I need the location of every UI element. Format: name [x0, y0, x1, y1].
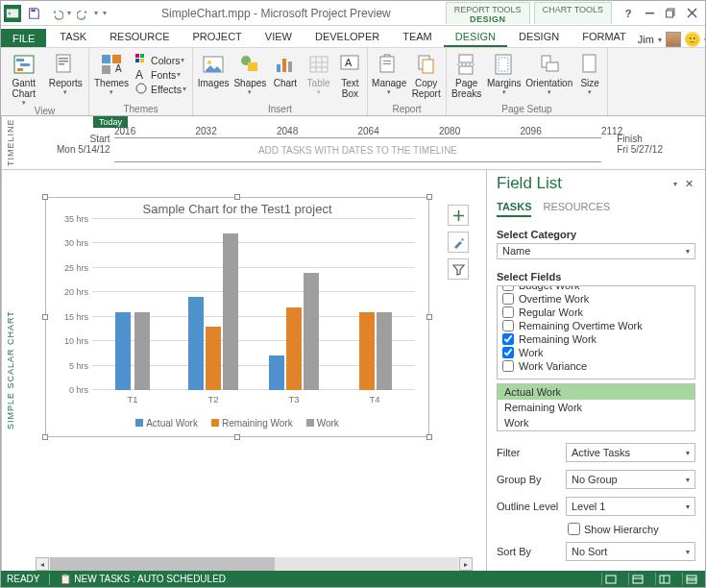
qat-undo-caret[interactable]: ▾	[67, 9, 71, 17]
qat-redo-caret[interactable]: ▾	[94, 9, 98, 17]
bar[interactable]	[359, 312, 375, 390]
field-checkbox[interactable]	[502, 360, 514, 372]
theme-fonts-button[interactable]: AFonts▾	[134, 67, 188, 82]
page-breaks-button[interactable]: Page Breaks	[450, 50, 482, 99]
chart-styles-button[interactable]	[448, 232, 469, 253]
size-button[interactable]: Size▾	[576, 50, 603, 95]
tab-design-7[interactable]: DESIGN	[507, 27, 571, 47]
textbox-button[interactable]: AText Box	[337, 50, 363, 99]
groupby-combo[interactable]: No Group▾	[566, 470, 695, 489]
bar[interactable]	[304, 273, 319, 390]
legend-item[interactable]: Work	[306, 418, 339, 429]
bar[interactable]	[134, 312, 150, 390]
show-hierarchy-checkbox[interactable]	[568, 523, 580, 535]
field-checkbox[interactable]	[502, 333, 514, 345]
bar[interactable]	[206, 327, 221, 390]
manage-button[interactable]: Manage▾	[372, 50, 406, 95]
tab-design-6[interactable]: DESIGN	[444, 27, 507, 47]
field-checkbox-item[interactable]: Work	[498, 346, 694, 359]
qat-save-icon[interactable]	[23, 4, 44, 23]
contextual-tab-report-tools[interactable]: REPORT TOOLS DESIGN	[446, 2, 530, 24]
theme-colors-button[interactable]: Colors▾	[134, 53, 188, 67]
field-checkbox[interactable]	[502, 285, 514, 291]
chart-button[interactable]: Chart	[271, 50, 301, 88]
field-tab-resources[interactable]: RESOURCES	[543, 201, 610, 217]
tab-team-5[interactable]: TEAM	[391, 27, 444, 47]
gantt-chart-button[interactable]: Gantt Chart ▾	[5, 50, 43, 106]
ribbon-collapse-button[interactable]	[639, 4, 660, 23]
field-checkbox-item[interactable]: Remaining Overtime Work	[498, 319, 694, 332]
field-checkbox[interactable]	[502, 306, 514, 318]
user-name[interactable]: Jim	[638, 34, 654, 45]
themes-button[interactable]: A Themes ▾	[93, 50, 130, 95]
chart-filters-button[interactable]	[448, 258, 469, 280]
field-checkbox[interactable]	[502, 293, 514, 305]
scroll-thumb[interactable]	[50, 557, 275, 571]
qat-redo-icon[interactable]	[73, 4, 94, 23]
view-shortcut-4[interactable]	[682, 573, 699, 585]
report-canvas[interactable]: Sample Chart for the Test1 project 0 hrs…	[18, 170, 486, 571]
user-caret[interactable]: ▾	[658, 36, 662, 44]
field-checkbox-item[interactable]: Budget Work	[498, 285, 694, 292]
selected-fields-list[interactable]: Actual WorkRemaining WorkWork	[497, 383, 695, 431]
tab-project-2[interactable]: PROJECT	[182, 27, 254, 47]
outline-combo[interactable]: Level 1▾	[566, 497, 695, 516]
field-checkbox-item[interactable]: Overtime Work	[498, 292, 694, 306]
bar[interactable]	[115, 312, 131, 390]
view-shortcut-2[interactable]	[628, 573, 645, 585]
field-tab-tasks[interactable]: TASKS	[497, 201, 531, 217]
help-button[interactable]: ?	[618, 4, 639, 23]
field-checkbox-item[interactable]: Regular Work	[498, 306, 694, 319]
legend-item[interactable]: Actual Work	[135, 418, 198, 429]
close-button[interactable]	[681, 4, 702, 23]
horizontal-scrollbar[interactable]: ◂ ▸	[36, 557, 473, 571]
contextual-tab-chart-tools[interactable]: CHART TOOLS	[534, 2, 612, 24]
category-combo[interactable]: Name▾	[497, 243, 695, 259]
tab-view-3[interactable]: VIEW	[254, 27, 304, 47]
bar[interactable]	[377, 312, 392, 390]
restore-button[interactable]	[660, 4, 681, 23]
theme-effects-button[interactable]: Effects▾	[134, 82, 188, 96]
chart-object[interactable]: Sample Chart for the Test1 project 0 hrs…	[45, 197, 429, 437]
pane-close-button[interactable]: ✕	[683, 178, 695, 190]
shapes-button[interactable]: Shapes▾	[233, 50, 266, 95]
status-newtasks[interactable]: 📋 NEW TASKS : AUTO SCHEDULED	[60, 574, 226, 584]
bar[interactable]	[269, 355, 284, 390]
pane-options-caret[interactable]: ▾	[673, 180, 677, 188]
tab-resource-1[interactable]: RESOURCE	[98, 27, 181, 47]
legend-item[interactable]: Remaining Work	[211, 418, 293, 429]
feedback-smiley-icon[interactable]: 🙂	[685, 32, 700, 47]
field-checkbox-item[interactable]: Remaining Work	[498, 332, 694, 346]
table-button[interactable]: Table▾	[304, 50, 333, 95]
tab-format-8[interactable]: FORMAT	[571, 27, 638, 47]
scroll-right-button[interactable]: ▸	[459, 557, 473, 571]
field-checkbox[interactable]	[502, 320, 514, 331]
images-button[interactable]: Images	[197, 50, 230, 88]
selected-field-item[interactable]: Actual Work	[498, 384, 694, 400]
filter-combo[interactable]: Active Tasks▾	[566, 443, 695, 462]
chart-elements-button[interactable]	[448, 205, 469, 226]
reports-button[interactable]: Reports ▾	[47, 50, 85, 95]
timeline-placeholder[interactable]: ADD TASKS WITH DATES TO THE TIMELINE	[114, 137, 601, 162]
chart-legend[interactable]: Actual WorkRemaining WorkWork	[46, 418, 428, 429]
field-checkbox-item[interactable]: Work Variance	[498, 359, 694, 373]
chart-plot-area[interactable]: 0 hrs5 hrs10 hrs15 hrs20 hrs25 hrs30 hrs…	[92, 219, 415, 390]
view-shortcut-1[interactable]	[601, 573, 619, 585]
fields-checklist[interactable]: Budget WorkOvertime WorkRegular WorkRema…	[497, 285, 695, 380]
qat-undo-icon[interactable]	[46, 4, 67, 23]
sortby-combo[interactable]: No Sort▾	[566, 542, 695, 561]
selected-field-item[interactable]: Remaining Work	[498, 400, 694, 415]
selected-field-item[interactable]: Work	[498, 415, 694, 430]
margins-button[interactable]: Margins▾	[486, 50, 522, 95]
bar[interactable]	[223, 233, 238, 390]
chart-title[interactable]: Sample Chart for the Test1 project	[46, 198, 428, 216]
orientation-button[interactable]: Orientation▾	[525, 50, 572, 95]
tab-file[interactable]: FILE	[1, 29, 46, 47]
tab-developer-4[interactable]: DEVELOPER	[304, 27, 391, 47]
user-avatar[interactable]	[666, 32, 681, 47]
bar[interactable]	[286, 307, 302, 390]
field-checkbox[interactable]	[502, 347, 514, 358]
bar[interactable]	[188, 297, 204, 390]
scroll-left-button[interactable]: ◂	[36, 557, 49, 571]
copy-report-button[interactable]: Copy Report	[410, 50, 442, 99]
